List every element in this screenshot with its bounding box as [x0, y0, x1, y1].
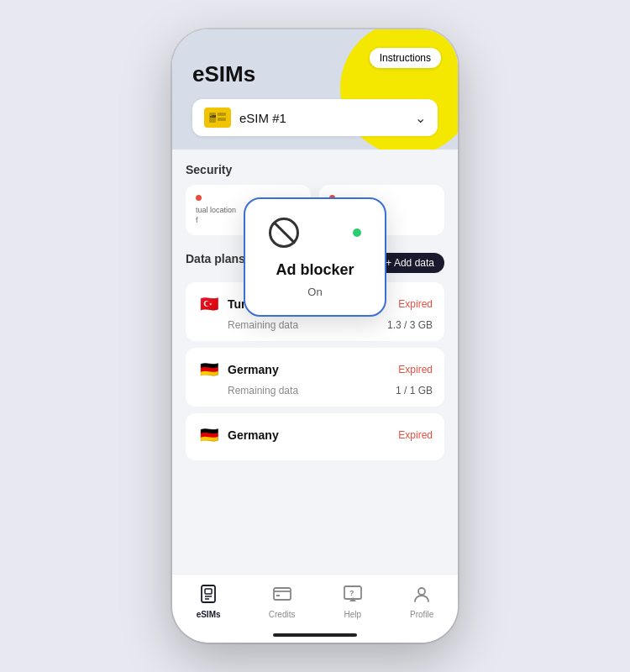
esims-icon [199, 585, 218, 607]
country-name-turkey: Turkey [228, 297, 265, 311]
esim-selector[interactable]: eSIM eSIM #1 ⌄ [192, 99, 438, 136]
plan-card-turkey[interactable]: 🇹🇷 Turkey Expired Remaining data 1.3 / 3… [186, 282, 444, 341]
svg-rect-6 [205, 589, 212, 594]
svg-rect-2 [218, 113, 226, 116]
data-plans-section: Data plans + Add data 🇹🇷 Turkey Expired … [172, 242, 458, 474]
add-data-button[interactable]: + Add data [375, 253, 444, 273]
security-card-vpn[interactable]: tual locationf [186, 185, 311, 235]
chevron-down-icon: ⌄ [415, 110, 426, 126]
nav-label-help: Help [344, 610, 361, 619]
bottom-nav: eSIMs Credits ? Help [172, 574, 458, 627]
profile-icon [412, 585, 431, 607]
plan-row-top-3: 🇩🇪 Germany Expired [197, 423, 433, 447]
data-plans-title: Data plans [186, 252, 245, 265]
svg-point-14 [418, 588, 425, 595]
expired-badge-germany-2: Expired [398, 429, 433, 441]
country-name-germany-2: Germany [228, 428, 279, 442]
svg-text:eSIM: eSIM [210, 115, 217, 118]
scroll-content: Security tual locationf protection Data … [172, 150, 458, 574]
plan-row-bottom: Remaining data 1.3 / 3 GB [197, 319, 433, 331]
expired-badge-germany-1: Expired [398, 364, 433, 375]
security-title: Security [186, 163, 444, 176]
remaining-value-turkey: 1.3 / 3 GB [387, 319, 433, 331]
plan-row-bottom-2: Remaining data 1 / 1 GB [197, 385, 433, 396]
flag-germany-2: 🇩🇪 [197, 423, 221, 447]
expired-badge-turkey: Expired [398, 298, 433, 310]
svg-text:?: ? [349, 589, 354, 597]
nav-item-esims[interactable]: eSIMs [186, 581, 231, 622]
nav-label-esims: eSIMs [197, 610, 221, 619]
nav-label-credits: Credits [269, 610, 296, 619]
country-wrap-3: 🇩🇪 Germany [197, 423, 279, 447]
country-wrap: 🇹🇷 Turkey [197, 292, 265, 316]
remaining-label-turkey: Remaining data [228, 319, 298, 331]
svg-rect-11 [276, 595, 280, 596]
security-section: Security tual locationf protection [172, 150, 458, 242]
country-name-germany-1: Germany [228, 363, 279, 376]
nav-item-credits[interactable]: Credits [259, 581, 306, 622]
help-icon: ? [344, 585, 362, 607]
card-label-vpn: tual locationf [196, 206, 301, 225]
phone-shell: Instructions eSIMs eSIM eSIM #1 ⌄ Securi… [172, 29, 458, 643]
flag-germany-1: 🇩🇪 [197, 358, 221, 381]
remaining-label-germany-1: Remaining data [228, 385, 298, 396]
status-dot-red2 [329, 195, 335, 201]
remaining-value-germany-1: 1 / 1 GB [396, 385, 433, 396]
header-area: Instructions eSIMs eSIM eSIM #1 ⌄ [172, 29, 458, 150]
card-label-protection: protection [329, 206, 434, 216]
plan-card-germany-1[interactable]: 🇩🇪 Germany Expired Remaining data 1 / 1 … [186, 348, 444, 407]
svg-rect-3 [218, 118, 226, 121]
country-wrap-2: 🇩🇪 Germany [197, 358, 279, 381]
status-dot-red [196, 195, 202, 201]
esim-chip-icon: eSIM [204, 108, 231, 128]
esim-name: eSIM #1 [239, 111, 415, 125]
credits-icon [273, 585, 291, 607]
data-plans-header: Data plans + Add data [186, 252, 444, 274]
flag-turkey: 🇹🇷 [197, 292, 221, 316]
instructions-button[interactable]: Instructions [370, 48, 441, 68]
plan-row-top-2: 🇩🇪 Germany Expired [197, 358, 433, 381]
nav-item-help[interactable]: ? Help [333, 581, 372, 622]
home-indicator [172, 627, 458, 643]
home-bar [273, 633, 357, 637]
svg-rect-9 [274, 588, 291, 600]
nav-label-profile: Profile [410, 610, 433, 619]
security-card-protection[interactable]: protection [319, 185, 444, 235]
nav-item-profile[interactable]: Profile [400, 581, 444, 622]
plan-row-top: 🇹🇷 Turkey Expired [197, 292, 433, 316]
plan-card-germany-2[interactable]: 🇩🇪 Germany Expired [186, 413, 444, 460]
security-cards: tual locationf protection [186, 185, 444, 235]
